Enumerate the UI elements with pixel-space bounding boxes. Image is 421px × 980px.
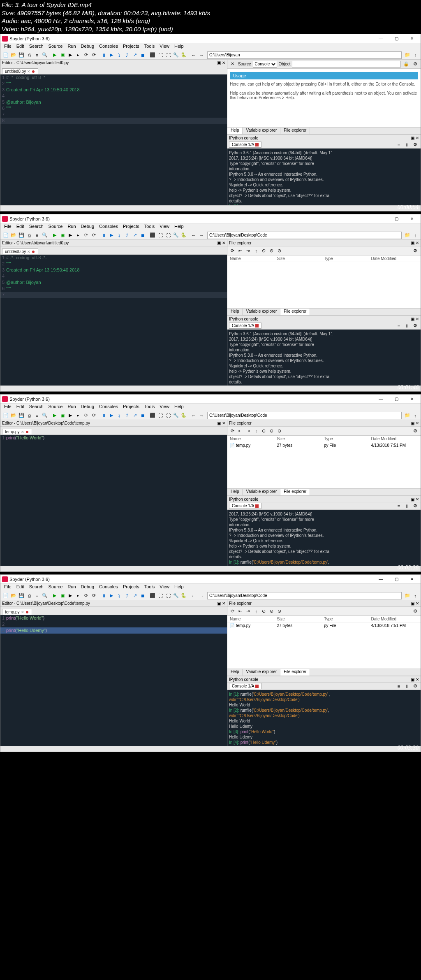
toolbar-btn-23[interactable]: ⛶: [164, 592, 172, 599]
menu-tools[interactable]: Tools: [142, 43, 157, 51]
toolbar-btn-15[interactable]: ▶: [108, 51, 115, 59]
fileexp-btn[interactable]: ↑: [252, 608, 260, 615]
menu-run[interactable]: Run: [65, 584, 78, 591]
close-tab-icon[interactable]: ✕: [21, 610, 24, 614]
menu-consoles[interactable]: Consoles: [97, 43, 120, 51]
fileexp-btn[interactable]: ⊙: [260, 427, 268, 435]
toolbar-btn-7[interactable]: ▶: [51, 592, 58, 599]
fileexp-btn[interactable]: ⟳: [229, 608, 236, 615]
toolbar-btn-23[interactable]: ⛶: [164, 51, 172, 59]
menu-file[interactable]: File: [2, 584, 14, 591]
menu-view[interactable]: View: [157, 223, 171, 231]
panetab-fileexp[interactable]: File explorer: [280, 309, 310, 315]
toolbar-btn-5[interactable]: 🔍: [41, 592, 49, 599]
panetab-fileexp[interactable]: File explorer: [280, 128, 310, 134]
toolbar-btn-11[interactable]: ⟳: [82, 232, 90, 239]
min-button[interactable]: —: [374, 215, 388, 223]
panetab-varexp[interactable]: Variable explorer: [243, 489, 280, 495]
toolbar-btn-3[interactable]: ⎙: [25, 51, 33, 59]
toolbar-btn-4[interactable]: ≡: [33, 232, 41, 239]
toolbar-btn-15[interactable]: ▶: [108, 232, 115, 239]
gear-icon[interactable]: ⚙: [412, 608, 419, 615]
toolbar-btn-17[interactable]: ⤴: [123, 232, 131, 239]
menu-run[interactable]: Run: [65, 223, 78, 231]
menu-file[interactable]: File: [2, 43, 14, 51]
path-input[interactable]: [207, 592, 402, 599]
menu-projects[interactable]: Projects: [121, 43, 141, 51]
menu-help[interactable]: Help: [172, 404, 186, 411]
menu-view[interactable]: View: [157, 584, 171, 591]
toolbar-btn-25[interactable]: 🐍: [180, 232, 187, 239]
toolbar-btn-8[interactable]: ▣: [59, 592, 66, 599]
file-row[interactable]: 📄 temp.py27 bytespy File4/13/2018 7:51 P…: [227, 442, 421, 448]
lock-icon[interactable]: 🔒: [402, 60, 410, 68]
console-btn[interactable]: ⏸: [403, 683, 411, 690]
toolbar-btn-15[interactable]: ▶: [108, 592, 115, 599]
toolbar-btn-24[interactable]: 🔧: [172, 232, 180, 239]
toolbar-btn-18[interactable]: ↗: [131, 51, 139, 59]
toolbar-btn-2[interactable]: 💾: [18, 412, 25, 419]
close-tab-icon[interactable]: ✕: [21, 430, 24, 434]
toolbar-btn-12[interactable]: ⟳: [90, 51, 97, 59]
path-input[interactable]: [207, 51, 402, 59]
file-explorer[interactable]: NameSizeTypeDate Modified: [227, 255, 421, 308]
toolbar-btn-9[interactable]: ▶: [67, 592, 74, 599]
panetab-fileexp[interactable]: File explorer: [280, 489, 310, 495]
toolbar-btn-10[interactable]: ▸: [74, 412, 82, 419]
fileexp-btn[interactable]: ⊙: [268, 247, 275, 255]
menu-consoles[interactable]: Consoles: [97, 404, 120, 411]
min-button[interactable]: —: [374, 395, 388, 403]
ipython-console[interactable]: 2017, 13:25:24) [MSC v.1900 64 bit (AMD6…: [227, 510, 421, 566]
toolbar-btn-7[interactable]: ▶: [51, 412, 58, 419]
editor-tab[interactable]: untitled0.py✕: [2, 68, 38, 74]
menu-help[interactable]: Help: [172, 223, 186, 231]
editor-tab[interactable]: temp.py✕: [2, 609, 32, 615]
menu-debug[interactable]: Debug: [79, 43, 96, 51]
path-input[interactable]: [207, 232, 402, 239]
fileexp-btn[interactable]: ⟳: [229, 427, 236, 435]
browse-button[interactable]: 📁: [404, 51, 411, 59]
fileexp-btn[interactable]: ⊙: [276, 608, 283, 615]
toolbar-btn-27[interactable]: ←: [190, 51, 197, 59]
toolbar-btn-1[interactable]: 📂: [10, 232, 17, 239]
console-btn[interactable]: ≡: [395, 322, 402, 330]
fileexp-btn[interactable]: ↑: [252, 247, 260, 255]
toolbar-btn-23[interactable]: ⛶: [164, 232, 172, 239]
console-btn[interactable]: ⚙: [412, 322, 419, 330]
toolbar-btn-28[interactable]: →: [198, 232, 205, 239]
fileexp-btn[interactable]: ⊙: [276, 427, 283, 435]
toolbar-btn-4[interactable]: ≡: [33, 592, 41, 599]
toolbar-btn-14[interactable]: ⏸: [100, 51, 107, 59]
menu-source[interactable]: Source: [46, 584, 65, 591]
toolbar-btn-10[interactable]: ▸: [74, 232, 82, 239]
code-editor[interactable]: 1# -*- coding: utf-8 -*-2"""3Created on …: [0, 255, 227, 385]
toolbar-btn-15[interactable]: ▶: [108, 412, 115, 419]
console-btn[interactable]: ⏸: [403, 502, 411, 510]
menu-search[interactable]: Search: [27, 404, 46, 411]
up-button[interactable]: ↑: [412, 51, 419, 59]
file-explorer[interactable]: NameSizeTypeDate Modified📄 temp.py27 byt…: [227, 616, 421, 669]
menu-edit[interactable]: Edit: [14, 584, 26, 591]
toolbar-btn-22[interactable]: ⛶: [157, 51, 164, 59]
toolbar-btn-9[interactable]: ▶: [67, 232, 74, 239]
toolbar-btn-14[interactable]: ⏸: [100, 592, 107, 599]
toolbar-btn-4[interactable]: ≡: [33, 412, 41, 419]
toolbar-btn-3[interactable]: ⎙: [25, 232, 33, 239]
up-button[interactable]: ↑: [412, 412, 419, 419]
console-tab[interactable]: Console 1/A: [229, 683, 261, 689]
toolbar-btn-28[interactable]: →: [198, 51, 205, 59]
toolbar-btn-27[interactable]: ←: [190, 592, 197, 599]
object-input[interactable]: [292, 61, 401, 67]
menu-run[interactable]: Run: [65, 43, 78, 51]
console-tab[interactable]: Console 1/A: [229, 142, 261, 148]
gear-icon[interactable]: ⚙: [412, 427, 419, 435]
menu-source[interactable]: Source: [46, 43, 65, 51]
close-button[interactable]: ✕: [405, 35, 419, 42]
fileexp-btn[interactable]: ⇥: [245, 608, 252, 615]
fileexp-btn[interactable]: ⊙: [260, 608, 268, 615]
toolbar-btn-16[interactable]: ⤵: [116, 51, 123, 59]
console-btn[interactable]: ⚙: [412, 141, 419, 149]
fileexp-btn[interactable]: ⊙: [268, 427, 275, 435]
browse-button[interactable]: 📁: [404, 592, 411, 599]
toolbar-btn-14[interactable]: ⏸: [100, 232, 107, 239]
